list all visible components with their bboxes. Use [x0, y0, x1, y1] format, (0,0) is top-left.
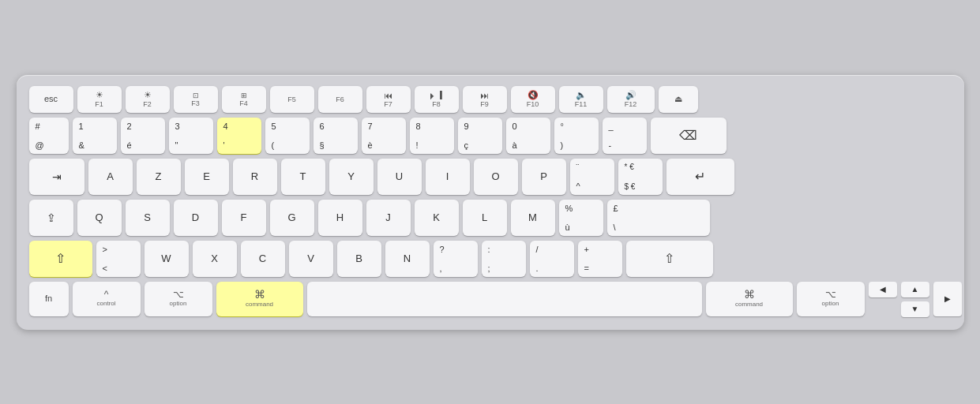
key-question[interactable]: ? ,	[434, 241, 478, 277]
key-c[interactable]: C	[241, 241, 285, 277]
key-f3[interactable]: ⊡ F3	[174, 86, 218, 113]
key-1-amp[interactable]: 1 &	[73, 118, 117, 154]
key-arrow-up[interactable]: ▲	[901, 282, 929, 297]
key-2-e[interactable]: 2 é	[121, 118, 165, 154]
key-eject[interactable]: ⏏	[659, 86, 698, 113]
key-f12[interactable]: 🔊 F12	[607, 86, 655, 113]
key-i[interactable]: I	[426, 159, 470, 195]
key-arrow-down[interactable]: ▼	[901, 301, 929, 317]
key-r[interactable]: R	[233, 159, 277, 195]
key-control-left[interactable]: ^ control	[73, 282, 141, 316]
key-slash[interactable]: / .	[530, 241, 574, 277]
key-3-quote[interactable]: 3 "	[169, 118, 213, 154]
key-dollar-euro[interactable]: * € $ €	[618, 159, 663, 195]
key-gt-lt[interactable]: > <	[96, 241, 141, 277]
key-space[interactable]	[307, 282, 702, 316]
key-0-agrave[interactable]: 0 à	[506, 118, 550, 154]
key-b[interactable]: B	[337, 241, 381, 277]
key-v[interactable]: V	[289, 241, 333, 277]
key-7-grave[interactable]: 7 è	[362, 118, 406, 154]
key-g[interactable]: G	[270, 200, 314, 236]
key-minus[interactable]: _ -	[603, 118, 647, 154]
key-k[interactable]: K	[415, 200, 459, 236]
key-w[interactable]: W	[145, 241, 189, 277]
key-8-excl[interactable]: 8 !	[410, 118, 454, 154]
key-tab[interactable]: ⇥	[29, 159, 84, 195]
key-e[interactable]: E	[185, 159, 229, 195]
key-m[interactable]: M	[511, 200, 555, 236]
key-a[interactable]: A	[88, 159, 133, 195]
key-l[interactable]: L	[463, 200, 507, 236]
key-o[interactable]: O	[474, 159, 518, 195]
key-esc[interactable]: esc	[29, 86, 73, 113]
key-percent-ugrave[interactable]: % ù	[559, 200, 603, 236]
key-s[interactable]: S	[126, 200, 170, 236]
key-pound[interactable]: £ \	[607, 200, 710, 236]
key-backspace[interactable]: ⌫	[651, 118, 727, 154]
key-f4[interactable]: ⊞ F4	[222, 86, 266, 113]
key-6-section[interactable]: 6 §	[314, 118, 358, 154]
key-command-left[interactable]: ⌘ command	[216, 282, 303, 316]
key-f5[interactable]: F5	[270, 86, 314, 113]
key-shift-left[interactable]: ⇧	[29, 241, 92, 277]
key-option-right[interactable]: ⌥ option	[797, 282, 865, 316]
key-fn[interactable]: fn	[29, 282, 69, 316]
keyboard: esc ☀ F1 ☀ F2 ⊡ F3 ⊞ F4 F5 F6 ⏮ F7 ⏵❙	[17, 75, 964, 330]
key-hash-at[interactable]: # @	[29, 118, 69, 154]
key-f9[interactable]: ⏭ F9	[463, 86, 507, 113]
key-enter[interactable]: ↵	[666, 159, 734, 195]
key-n[interactable]: N	[385, 241, 430, 277]
key-q[interactable]: Q	[77, 200, 122, 236]
key-j[interactable]: J	[366, 200, 411, 236]
key-f[interactable]: F	[222, 200, 266, 236]
key-t[interactable]: T	[281, 159, 325, 195]
key-f1[interactable]: ☀ F1	[77, 86, 122, 113]
key-4[interactable]: 4 '	[217, 118, 261, 154]
key-y[interactable]: Y	[329, 159, 374, 195]
key-f8[interactable]: ⏵❙ F8	[415, 86, 459, 113]
key-d[interactable]: D	[174, 200, 218, 236]
key-caps[interactable]: ⇪	[29, 200, 73, 236]
key-h[interactable]: H	[318, 200, 362, 236]
key-p[interactable]: P	[522, 159, 566, 195]
key-9-ccedil[interactable]: 9 ç	[458, 118, 502, 154]
key-option-left[interactable]: ⌥ option	[145, 282, 212, 316]
key-f6[interactable]: F6	[318, 86, 362, 113]
key-f10[interactable]: 🔇 F10	[511, 86, 555, 113]
key-z[interactable]: Z	[137, 159, 181, 195]
key-f2[interactable]: ☀ F2	[126, 86, 170, 113]
key-f11[interactable]: 🔈 F11	[559, 86, 603, 113]
key-f7[interactable]: ⏮ F7	[366, 86, 411, 113]
key-shift-right[interactable]: ⇧	[626, 241, 713, 277]
key-colon[interactable]: : ;	[482, 241, 526, 277]
key-plus-eq[interactable]: + =	[578, 241, 622, 277]
key-u[interactable]: U	[377, 159, 422, 195]
key-caret[interactable]: ¨ ^	[570, 159, 614, 195]
key-arrow-left[interactable]: ◀	[869, 282, 897, 297]
key-command-right[interactable]: ⌘ command	[706, 282, 793, 316]
key-arrow-right[interactable]: ▶	[933, 282, 962, 316]
key-x[interactable]: X	[193, 241, 237, 277]
key-paren-close[interactable]: ° )	[554, 118, 599, 154]
key-5-paren[interactable]: 5 (	[265, 118, 310, 154]
